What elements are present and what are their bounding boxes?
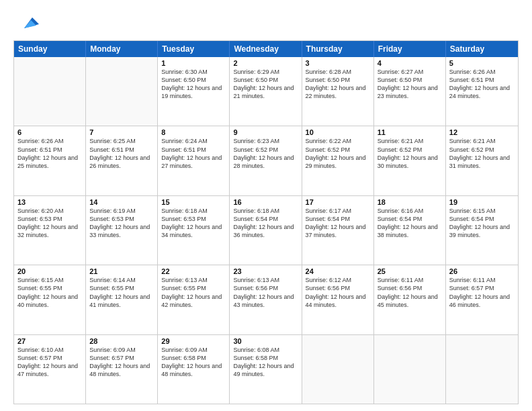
- calendar-cell: 6Sunrise: 6:26 AMSunset: 6:51 PMDaylight…: [14, 126, 86, 195]
- day-number: 15: [161, 198, 226, 206]
- calendar-cell: 14Sunrise: 6:19 AMSunset: 6:53 PMDayligh…: [86, 196, 158, 265]
- calendar-cell: 15Sunrise: 6:18 AMSunset: 6:53 PMDayligh…: [158, 196, 230, 265]
- header-cell-wednesday: Wednesday: [230, 41, 302, 57]
- calendar-cell: 27Sunrise: 6:10 AMSunset: 6:57 PMDayligh…: [14, 335, 86, 404]
- cell-info: Sunrise: 6:15 AMSunset: 6:55 PMDaylight:…: [17, 276, 82, 309]
- calendar: SundayMondayTuesdayWednesdayThursdayFrid…: [13, 40, 519, 404]
- page: SundayMondayTuesdayWednesdayThursdayFrid…: [0, 0, 532, 411]
- calendar-cell: 9Sunrise: 6:23 AMSunset: 6:52 PMDaylight…: [230, 126, 302, 195]
- calendar-row-2: 13Sunrise: 6:20 AMSunset: 6:53 PMDayligh…: [14, 196, 518, 265]
- cell-info: Sunrise: 6:17 AMSunset: 6:54 PMDaylight:…: [306, 207, 370, 240]
- day-number: 14: [89, 198, 154, 206]
- day-number: 13: [17, 198, 82, 206]
- day-number: 22: [161, 267, 226, 275]
- cell-info: Sunrise: 6:11 AMSunset: 6:56 PMDaylight:…: [378, 276, 442, 309]
- cell-info: Sunrise: 6:24 AMSunset: 6:51 PMDaylight:…: [161, 137, 226, 170]
- calendar-cell: 20Sunrise: 6:15 AMSunset: 6:55 PMDayligh…: [14, 265, 86, 334]
- cell-info: Sunrise: 6:08 AMSunset: 6:58 PMDaylight:…: [233, 346, 298, 379]
- calendar-cell: 17Sunrise: 6:17 AMSunset: 6:54 PMDayligh…: [302, 196, 374, 265]
- day-number: 12: [449, 128, 515, 136]
- day-number: 4: [378, 59, 442, 67]
- day-number: 20: [17, 267, 82, 275]
- calendar-cell: 22Sunrise: 6:13 AMSunset: 6:55 PMDayligh…: [158, 265, 230, 334]
- cell-info: Sunrise: 6:30 AMSunset: 6:50 PMDaylight:…: [161, 68, 226, 101]
- cell-info: Sunrise: 6:10 AMSunset: 6:57 PMDaylight:…: [17, 346, 82, 379]
- calendar-cell: 29Sunrise: 6:09 AMSunset: 6:58 PMDayligh…: [158, 335, 230, 404]
- calendar-cell: [446, 335, 518, 404]
- calendar-cell: 3Sunrise: 6:28 AMSunset: 6:50 PMDaylight…: [302, 57, 374, 126]
- cell-info: Sunrise: 6:28 AMSunset: 6:50 PMDaylight:…: [306, 68, 370, 101]
- cell-info: Sunrise: 6:21 AMSunset: 6:52 PMDaylight:…: [449, 137, 515, 170]
- cell-info: Sunrise: 6:13 AMSunset: 6:55 PMDaylight:…: [161, 276, 226, 309]
- calendar-cell: 2Sunrise: 6:29 AMSunset: 6:50 PMDaylight…: [230, 57, 302, 126]
- header-cell-sunday: Sunday: [14, 41, 86, 57]
- calendar-cell: 18Sunrise: 6:16 AMSunset: 6:54 PMDayligh…: [374, 196, 446, 265]
- cell-info: Sunrise: 6:25 AMSunset: 6:51 PMDaylight:…: [89, 137, 154, 170]
- calendar-cell: 25Sunrise: 6:11 AMSunset: 6:56 PMDayligh…: [374, 265, 446, 334]
- cell-info: Sunrise: 6:14 AMSunset: 6:55 PMDaylight:…: [89, 276, 154, 309]
- calendar-cell: 16Sunrise: 6:18 AMSunset: 6:54 PMDayligh…: [230, 196, 302, 265]
- cell-info: Sunrise: 6:26 AMSunset: 6:51 PMDaylight:…: [17, 137, 82, 170]
- header-cell-thursday: Thursday: [302, 41, 374, 57]
- day-number: 2: [233, 59, 298, 67]
- cell-info: Sunrise: 6:21 AMSunset: 6:52 PMDaylight:…: [378, 137, 442, 170]
- day-number: 23: [233, 267, 298, 275]
- cell-info: Sunrise: 6:09 AMSunset: 6:58 PMDaylight:…: [161, 346, 226, 379]
- calendar-row-3: 20Sunrise: 6:15 AMSunset: 6:55 PMDayligh…: [14, 265, 518, 334]
- cell-info: Sunrise: 6:18 AMSunset: 6:54 PMDaylight:…: [233, 207, 298, 240]
- calendar-cell: 30Sunrise: 6:08 AMSunset: 6:58 PMDayligh…: [230, 335, 302, 404]
- day-number: 27: [17, 337, 82, 345]
- logo-icon: [17, 12, 39, 34]
- day-number: 28: [89, 337, 154, 345]
- day-number: 19: [449, 198, 515, 206]
- calendar-body: 1Sunrise: 6:30 AMSunset: 6:50 PMDaylight…: [14, 57, 518, 404]
- cell-info: Sunrise: 6:09 AMSunset: 6:57 PMDaylight:…: [89, 346, 154, 379]
- header: [13, 12, 519, 34]
- calendar-cell: 19Sunrise: 6:15 AMSunset: 6:54 PMDayligh…: [446, 196, 518, 265]
- calendar-header-row: SundayMondayTuesdayWednesdayThursdayFrid…: [14, 41, 518, 57]
- cell-info: Sunrise: 6:20 AMSunset: 6:53 PMDaylight:…: [17, 207, 82, 240]
- day-number: 6: [17, 128, 82, 136]
- calendar-cell: 10Sunrise: 6:22 AMSunset: 6:52 PMDayligh…: [302, 126, 374, 195]
- calendar-cell: [374, 335, 446, 404]
- calendar-cell: 8Sunrise: 6:24 AMSunset: 6:51 PMDaylight…: [158, 126, 230, 195]
- calendar-row-0: 1Sunrise: 6:30 AMSunset: 6:50 PMDaylight…: [14, 57, 518, 126]
- day-number: 1: [161, 59, 226, 67]
- cell-info: Sunrise: 6:22 AMSunset: 6:52 PMDaylight:…: [306, 137, 370, 170]
- cell-info: Sunrise: 6:27 AMSunset: 6:50 PMDaylight:…: [378, 68, 442, 101]
- header-cell-friday: Friday: [374, 41, 446, 57]
- day-number: 11: [378, 128, 442, 136]
- calendar-cell: 23Sunrise: 6:13 AMSunset: 6:56 PMDayligh…: [230, 265, 302, 334]
- calendar-cell: 4Sunrise: 6:27 AMSunset: 6:50 PMDaylight…: [374, 57, 446, 126]
- calendar-cell: 13Sunrise: 6:20 AMSunset: 6:53 PMDayligh…: [14, 196, 86, 265]
- calendar-cell: [302, 335, 374, 404]
- day-number: 7: [89, 128, 154, 136]
- calendar-cell: [14, 57, 86, 126]
- calendar-cell: 5Sunrise: 6:26 AMSunset: 6:51 PMDaylight…: [446, 57, 518, 126]
- day-number: 26: [449, 267, 515, 275]
- calendar-row-4: 27Sunrise: 6:10 AMSunset: 6:57 PMDayligh…: [14, 335, 518, 404]
- cell-info: Sunrise: 6:15 AMSunset: 6:54 PMDaylight:…: [449, 207, 515, 240]
- cell-info: Sunrise: 6:23 AMSunset: 6:52 PMDaylight:…: [233, 137, 298, 170]
- calendar-cell: 24Sunrise: 6:12 AMSunset: 6:56 PMDayligh…: [302, 265, 374, 334]
- calendar-cell: 28Sunrise: 6:09 AMSunset: 6:57 PMDayligh…: [86, 335, 158, 404]
- day-number: 25: [378, 267, 442, 275]
- day-number: 10: [306, 128, 370, 136]
- day-number: 5: [449, 59, 515, 67]
- day-number: 24: [306, 267, 370, 275]
- cell-info: Sunrise: 6:12 AMSunset: 6:56 PMDaylight:…: [306, 276, 370, 309]
- cell-info: Sunrise: 6:11 AMSunset: 6:57 PMDaylight:…: [449, 276, 515, 309]
- day-number: 16: [233, 198, 298, 206]
- calendar-cell: 12Sunrise: 6:21 AMSunset: 6:52 PMDayligh…: [446, 126, 518, 195]
- day-number: 17: [306, 198, 370, 206]
- day-number: 29: [161, 337, 226, 345]
- calendar-cell: 21Sunrise: 6:14 AMSunset: 6:55 PMDayligh…: [86, 265, 158, 334]
- calendar-cell: [86, 57, 158, 126]
- cell-info: Sunrise: 6:29 AMSunset: 6:50 PMDaylight:…: [233, 68, 298, 101]
- day-number: 3: [306, 59, 370, 67]
- calendar-cell: 11Sunrise: 6:21 AMSunset: 6:52 PMDayligh…: [374, 126, 446, 195]
- calendar-cell: 26Sunrise: 6:11 AMSunset: 6:57 PMDayligh…: [446, 265, 518, 334]
- cell-info: Sunrise: 6:18 AMSunset: 6:53 PMDaylight:…: [161, 207, 226, 240]
- logo: [13, 12, 39, 34]
- day-number: 21: [89, 267, 154, 275]
